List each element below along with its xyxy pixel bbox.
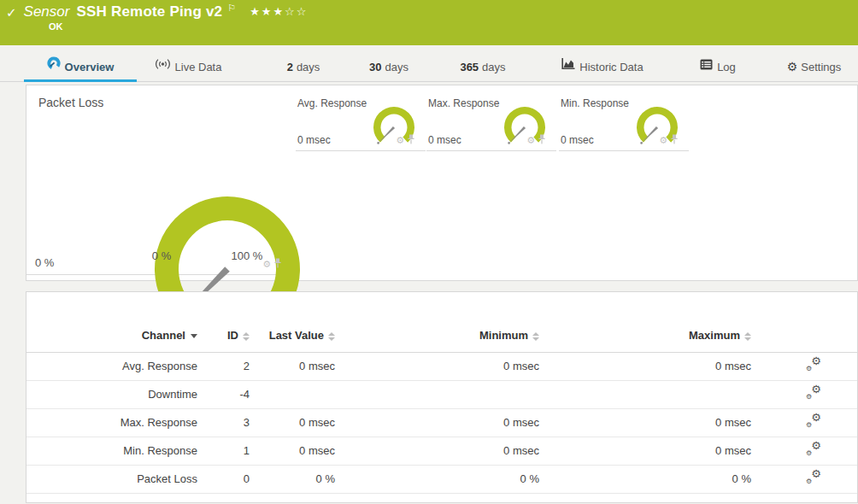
channel-settings-icon[interactable]: ⚙⚙ xyxy=(806,358,821,372)
table-row: Min. Response 1 0 msec 0 msec 0 msec ⚙⚙ xyxy=(26,437,857,465)
overview-gauges-panel: Packet Loss 0 % 100 % 0 % ⚙ Avg. Respons… xyxy=(26,85,858,281)
log-list-icon xyxy=(700,54,713,79)
status-badge: OK xyxy=(49,21,858,32)
pin-icon[interactable] xyxy=(407,132,415,148)
gauge-settings-gear-icon[interactable]: ⚙ xyxy=(526,136,535,145)
channel-settings-icon[interactable]: ⚙⚙ xyxy=(806,442,821,456)
area-chart-icon xyxy=(561,54,575,79)
channels-table: Channel ID Last Value Minimum Maximum Av… xyxy=(26,319,857,494)
table-row: Downtime -4 ⚙⚙ xyxy=(26,380,857,408)
channel-maximum: 0 msec xyxy=(539,437,751,465)
column-label: Last Value xyxy=(269,329,324,342)
tab-bar: Overview Live Data 2days 30days 365days … xyxy=(0,45,858,82)
pin-icon[interactable] xyxy=(273,256,282,272)
channel-settings-icon[interactable]: ⚙⚙ xyxy=(806,414,821,428)
sort-icon xyxy=(243,332,250,341)
active-tab-underline xyxy=(24,79,137,82)
channel-name: Min. Response xyxy=(26,437,197,465)
channel-settings-icon[interactable]: ⚙⚙ xyxy=(806,471,821,484)
tab-label: Live Data xyxy=(175,61,222,73)
tab-label: Settings xyxy=(801,61,841,73)
tab-365-days[interactable]: 365days xyxy=(436,55,530,81)
channel-minimum xyxy=(335,380,539,408)
sensor-status-header: ✓ Sensor SSH Remote Ping v2 ⚐ ★★★☆☆ OK xyxy=(0,0,858,45)
channel-name: Avg. Response xyxy=(26,352,197,380)
tab-label: days xyxy=(482,61,505,73)
column-header-edit xyxy=(751,319,857,352)
tab-label: Log xyxy=(717,61,736,73)
table-row: Max. Response 3 0 msec 0 msec 0 msec ⚙⚙ xyxy=(26,408,857,437)
tab-number: 2 xyxy=(287,61,293,73)
channel-id: 1 xyxy=(197,437,250,465)
sort-icon xyxy=(744,332,751,341)
tab-30-days[interactable]: 30days xyxy=(346,55,432,81)
tab-label: Overview xyxy=(65,61,115,73)
channels-panel: Channel ID Last Value Minimum Maximum Av… xyxy=(26,291,858,503)
priority-stars[interactable]: ★★★☆☆ xyxy=(250,5,308,18)
tab-log[interactable]: Log xyxy=(684,55,752,81)
column-header-id[interactable]: ID xyxy=(197,319,250,352)
ok-check-icon: ✓ xyxy=(6,5,17,21)
avg-response-gauge-cell: Avg. Response 0 msec ⚙ xyxy=(296,85,426,151)
tab-number: 365 xyxy=(460,61,479,73)
page-title: SSH Remote Ping v2 xyxy=(76,3,222,21)
gear-icon: ⚙ xyxy=(787,60,798,73)
live-data-icon xyxy=(155,54,171,79)
channel-name: Packet Loss xyxy=(26,465,197,493)
channel-minimum: 0 msec xyxy=(335,408,539,437)
channel-id: -4 xyxy=(197,380,250,408)
sort-desc-icon xyxy=(191,334,197,338)
tab-number: 30 xyxy=(369,61,381,73)
gauge-title: Packet Loss xyxy=(38,96,103,109)
channel-id: 3 xyxy=(197,408,250,437)
column-label: Channel xyxy=(142,329,185,342)
column-header-last-value[interactable]: Last Value xyxy=(250,319,335,352)
gauge-title: Max. Response xyxy=(428,97,499,109)
pin-icon[interactable] xyxy=(670,132,679,148)
channel-name: Downtime xyxy=(26,380,197,408)
table-row: Packet Loss 0 0 % 0 % 0 % ⚙⚙ xyxy=(26,465,857,493)
channel-last-value: 0 msec xyxy=(250,437,335,465)
tab-label: days xyxy=(297,61,320,73)
channel-settings-icon[interactable]: ⚙⚙ xyxy=(806,386,821,400)
tab-live-data[interactable]: Live Data xyxy=(145,55,231,81)
flag-icon[interactable]: ⚐ xyxy=(227,3,236,14)
channel-last-value: 0 msec xyxy=(250,408,335,437)
gauge-current-value: 0 % xyxy=(35,256,54,269)
column-label: Maximum xyxy=(689,329,740,342)
tab-historic-data[interactable]: Historic Data xyxy=(547,55,658,81)
gauge-current-value: 0 msec xyxy=(428,134,461,146)
channel-id: 0 xyxy=(197,465,250,493)
column-header-channel[interactable]: Channel xyxy=(26,319,197,352)
channel-minimum: 0 msec xyxy=(335,352,539,380)
tab-label: days xyxy=(385,61,408,73)
object-kind-label: Sensor xyxy=(24,3,70,21)
channel-last-value: 0 % xyxy=(250,465,335,493)
gauge-settings-gear-icon[interactable]: ⚙ xyxy=(659,136,667,145)
column-header-maximum[interactable]: Maximum xyxy=(539,319,751,352)
gauge-title: Min. Response xyxy=(561,97,629,109)
gauge-current-value: 0 msec xyxy=(297,134,331,146)
sort-icon xyxy=(532,332,539,341)
tab-label: Historic Data xyxy=(579,61,643,73)
gauge-settings-gear-icon[interactable]: ⚙ xyxy=(396,136,404,145)
packet-loss-gauge-cell: Packet Loss 0 % 100 % 0 % ⚙ xyxy=(26,85,287,275)
gauge-settings-gear-icon[interactable]: ⚙ xyxy=(262,260,271,269)
sort-icon xyxy=(328,332,335,341)
tab-overview[interactable]: Overview xyxy=(24,55,137,81)
channel-minimum: 0 msec xyxy=(335,437,539,465)
min-response-gauge-cell: Min. Response 0 msec ⚙ xyxy=(559,85,689,151)
channel-maximum xyxy=(539,380,751,408)
table-row: Avg. Response 2 0 msec 0 msec 0 msec ⚙⚙ xyxy=(26,352,857,380)
column-header-minimum[interactable]: Minimum xyxy=(335,319,539,352)
tab-2-days[interactable]: 2days xyxy=(261,55,346,81)
tab-settings[interactable]: ⚙Settings xyxy=(773,55,855,81)
channel-last-value: 0 msec xyxy=(250,352,335,380)
table-header-row: Channel ID Last Value Minimum Maximum xyxy=(26,319,857,352)
max-response-gauge-cell: Max. Response 0 msec ⚙ xyxy=(426,85,556,151)
gauge-icon xyxy=(47,54,61,79)
column-label: ID xyxy=(227,329,238,342)
pin-icon[interactable] xyxy=(538,132,546,148)
channel-maximum: 0 msec xyxy=(539,408,751,437)
channel-last-value xyxy=(250,380,335,408)
